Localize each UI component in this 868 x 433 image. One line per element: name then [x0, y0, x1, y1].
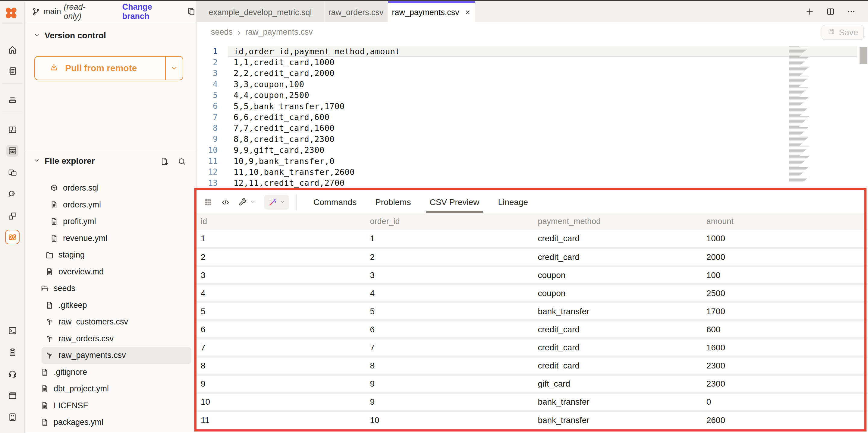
code-line-4[interactable]: 43,3,coupon,100	[196, 79, 868, 90]
change-branch-link[interactable]: Change branch	[122, 2, 178, 21]
file-item-raw_customers.csv[interactable]: raw_customers.csv	[25, 314, 196, 330]
table-cell: 11	[196, 411, 366, 429]
panel-tab-Lineage[interactable]: Lineage	[498, 192, 528, 213]
table-cell: 2000	[702, 248, 868, 266]
table-row[interactable]: 55bank_transfer1700	[196, 302, 868, 320]
minimap-line	[789, 150, 805, 151]
pull-from-remote-main[interactable]: Pull from remote	[35, 57, 165, 80]
wrench-icon[interactable]	[238, 198, 256, 207]
rail-copilot-atom-icon[interactable]	[5, 230, 20, 244]
rail-terminal-icon[interactable]	[6, 324, 19, 337]
tab-example_develop_metric.sql[interactable]: example_develop_metric.sql	[196, 1, 324, 22]
plus-icon[interactable]	[805, 7, 814, 16]
file-item-raw_payments.csv[interactable]: raw_payments.csv	[41, 347, 191, 364]
rail-headset-icon[interactable]	[6, 368, 19, 380]
code-line-1[interactable]: 1id,order_id,payment_method,amount	[196, 46, 868, 57]
tab-raw_orders.csv[interactable]: raw_orders.csv	[324, 1, 387, 22]
code-line-3[interactable]: 32,2,credit_card,2000	[196, 68, 868, 79]
table-row[interactable]: 88credit_card2300	[196, 357, 868, 375]
code-line-6[interactable]: 65,5,bank_transfer,1700	[196, 101, 868, 112]
file-item-revenue.yml[interactable]: revenue.yml	[25, 230, 196, 247]
rail-home-icon[interactable]	[6, 44, 19, 56]
rail-windows-icon[interactable]	[6, 210, 19, 222]
file-item-seeds[interactable]: seeds	[25, 280, 196, 297]
save-button[interactable]: Save	[822, 25, 864, 40]
minimap-line	[789, 96, 800, 96]
table-row[interactable]: 1110bank_transfer2600	[196, 411, 868, 429]
code-line-5[interactable]: 54,4,coupon,2500	[196, 90, 868, 101]
file-item-overview.md[interactable]: overview.md	[25, 263, 196, 281]
file-item-.gitkeep[interactable]: .gitkeep	[25, 297, 196, 314]
table-row[interactable]: 77credit_card1600	[196, 339, 868, 357]
code-line-13[interactable]: 1312,11,credit_card,2700	[196, 178, 868, 189]
table-row[interactable]: 109bank_transfer0	[196, 393, 868, 411]
minimap-line	[789, 102, 804, 103]
table-row[interactable]: 22credit_card2000	[196, 248, 868, 266]
chevron-down-icon[interactable]	[279, 198, 286, 206]
rail-canvas-icon[interactable]	[6, 167, 19, 178]
file-item-LICENSE[interactable]: LICENSE	[25, 397, 196, 414]
file-icon	[50, 217, 59, 226]
rail-organization-icon[interactable]	[6, 411, 19, 423]
code-editor[interactable]: 1id,order_id,payment_method,amount21,1,c…	[196, 42, 868, 192]
panel-tab-Commands[interactable]: Commands	[313, 192, 356, 213]
code-icon[interactable]	[221, 198, 230, 207]
git-branch-icon	[32, 7, 41, 16]
editor-minimap[interactable]	[789, 47, 810, 183]
wand-icon[interactable]	[264, 195, 289, 209]
file-item-orders.yml[interactable]: orders.yml	[25, 197, 196, 213]
code-line-9[interactable]: 98,8,credit_card,2300	[196, 134, 868, 144]
file-icon	[50, 201, 59, 209]
table-cell: 4	[196, 284, 366, 302]
panel-tab-CSV Preview[interactable]: CSV Preview	[430, 192, 479, 213]
file-item-raw_orders.csv[interactable]: raw_orders.csv	[25, 330, 196, 347]
rail-stack-icon[interactable]	[6, 93, 19, 106]
ellipsis-icon[interactable]	[846, 7, 856, 16]
rail-dashboard-icon[interactable]	[6, 124, 19, 136]
rail-notebook-icon[interactable]	[6, 65, 19, 77]
code-line-2[interactable]: 21,1,credit_card,1000	[196, 57, 868, 67]
minimap-line	[789, 112, 804, 112]
breadcrumb-folder[interactable]: seeds	[211, 27, 233, 37]
table-row[interactable]: 99gift_card2300	[196, 375, 868, 393]
table-row[interactable]: 44coupon2500	[196, 284, 868, 302]
rail-browser-icon[interactable]	[6, 389, 19, 401]
rail-code-editor-icon[interactable]	[6, 145, 19, 157]
editor-scrollbar[interactable]	[860, 47, 867, 64]
close-icon[interactable]	[464, 9, 471, 16]
file-item-staging[interactable]: staging	[25, 247, 196, 263]
table-row[interactable]: 66credit_card600	[196, 320, 868, 339]
code-line-8[interactable]: 87,7,credit_card,1600	[196, 123, 868, 134]
table-row[interactable]: 11credit_card1000	[196, 230, 868, 248]
file-item-packages.yml[interactable]: packages.yml	[25, 414, 196, 431]
pull-options-dropdown[interactable]	[165, 57, 183, 80]
table-row[interactable]: 33coupon100	[196, 266, 868, 284]
new-file-icon[interactable]	[159, 157, 169, 166]
code-line-10[interactable]: 109,9,gift_card,2300	[196, 145, 868, 155]
split-icon[interactable]	[826, 7, 835, 16]
minimap-line	[789, 62, 804, 63]
file-item-dbt_project.yml[interactable]: dbt_project.yml	[25, 380, 196, 397]
chevron-down-icon[interactable]	[250, 198, 256, 206]
file-explorer-actions	[159, 157, 187, 166]
search-icon[interactable]	[177, 157, 187, 166]
table-cell: 8	[196, 357, 366, 375]
file-item-orders.sql[interactable]: orders.sql	[25, 180, 196, 197]
version-control-header[interactable]: Version control	[33, 31, 106, 40]
line-number: 6	[196, 102, 218, 111]
tab-raw_payments.csv[interactable]: raw_payments.csv	[388, 1, 475, 22]
code-line-11[interactable]: 1110,9,bank_transfer,0	[196, 155, 868, 167]
panel-tab-Problems[interactable]: Problems	[375, 192, 411, 213]
rail-clipboard-icon[interactable]	[6, 346, 19, 358]
minimap-line	[789, 147, 809, 147]
copy-icon[interactable]	[187, 7, 196, 17]
table-icon[interactable]	[203, 198, 213, 207]
rail-query-search-icon[interactable]	[6, 187, 19, 200]
code-line-7[interactable]: 76,6,credit_card,600	[196, 112, 868, 122]
file-icon	[40, 401, 49, 410]
code-line-12[interactable]: 1211,10,bank_transfer,2600	[196, 167, 868, 177]
file-item-profit.yml[interactable]: profit.yml	[25, 213, 196, 230]
file-item-.gitignore[interactable]: .gitignore	[25, 364, 196, 381]
file-explorer-header[interactable]: File explorer	[33, 156, 95, 166]
pull-from-remote-button[interactable]: Pull from remote	[34, 56, 183, 80]
